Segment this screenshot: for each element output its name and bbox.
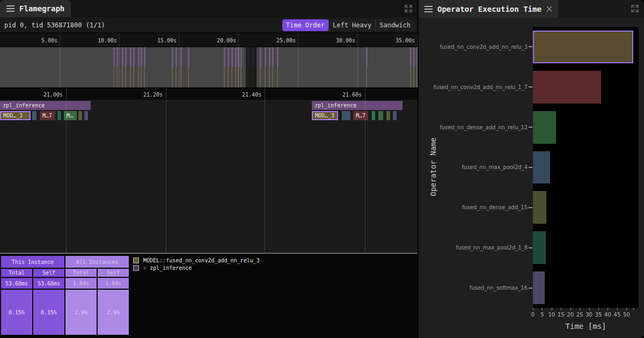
x-tick-mark	[626, 308, 627, 310]
x-tick-mark	[589, 308, 590, 310]
operator-bar-fused_nn_max_pool2d_1_8[interactable]	[533, 231, 546, 264]
operator-bar-fused_nn_conv2d_add_nn_relu_3[interactable]	[533, 31, 633, 63]
minimap-activity-spike	[180, 67, 181, 87]
flame-bar-span[interactable]	[378, 111, 383, 120]
operator-label: fused_nn_dense_add_nn_relu_12	[419, 107, 528, 148]
callstack-legend: MODEL::fused_nn_conv2d_add_nn_relu_3>zpl…	[133, 257, 260, 271]
x-tick-mark	[552, 308, 552, 310]
minimap-activity-spike	[172, 47, 173, 67]
flamegraph-panel: Flamegraph pid 0, tid 536871800 (1/1) Ti…	[0, 0, 418, 338]
minimap-activity-spike	[260, 67, 261, 87]
grid-line	[357, 47, 358, 87]
minimap-activity-spike	[144, 47, 145, 67]
operator-bar-fused_nn_dense_add_nn_relu_12[interactable]	[533, 111, 556, 144]
operator-bar-fused_nn_conv2d_add_nn_relu_1_7[interactable]	[533, 71, 601, 104]
operator-label: fused_nn_softmax_16	[419, 268, 528, 308]
minimap-activity-spike	[277, 67, 278, 87]
grid-line	[119, 33, 120, 47]
minimap-activity-spike	[231, 67, 232, 87]
expand-icon[interactable]	[630, 4, 640, 13]
minimap-activity-spike	[175, 47, 177, 67]
legend-swatch	[133, 258, 139, 263]
panel-title: Flamegraph	[19, 4, 64, 13]
minimap-activity-spike	[265, 47, 266, 67]
minimap-activity-spike	[265, 67, 266, 87]
expand-icon[interactable]	[404, 4, 413, 13]
operator-bar-fused_nn_dense_add_15[interactable]	[533, 191, 546, 224]
legend-item: MODEL::fused_nn_conv2d_add_nn_relu_3	[133, 257, 260, 263]
operator-label: fused_nn_conv2d_add_nn_relu_1_7	[419, 67, 528, 107]
operator-bar-fused_nn_max_pool2d_4[interactable]	[533, 151, 550, 184]
instance-stats-table: This InstanceAll InstancesTotalSelfTotal…	[1, 256, 129, 335]
minimap-activity-spike	[231, 47, 233, 67]
x-tick-mark	[598, 308, 599, 310]
flamegraph-toolbar: pid 0, tid 536871800 (1/1) Time OrderLef…	[0, 17, 418, 33]
timeline-tick-label: 21.20s	[143, 91, 163, 97]
grid-line	[238, 47, 239, 87]
operator-bar-fused_nn_softmax_16[interactable]	[533, 271, 545, 304]
view-mode-time-order[interactable]: Time Order	[282, 19, 328, 31]
grid-line	[298, 33, 298, 47]
x-tick-mark	[633, 308, 634, 310]
flame-bar-span[interactable]	[84, 111, 88, 120]
minimap-activity-spike	[133, 47, 135, 67]
minimap-activity-spike	[366, 47, 368, 67]
grid-line	[66, 100, 67, 253]
flame-bar-span[interactable]	[32, 111, 36, 120]
flame-bar-zpl_inference[interactable]: zpl_inference	[312, 101, 402, 110]
flamegraph-tab[interactable]: Flamegraph	[0, 0, 71, 17]
flame-bar-span[interactable]	[342, 111, 350, 120]
menu-icon[interactable]	[6, 5, 14, 12]
flame-bar-M…7[interactable]: M…7	[353, 111, 368, 120]
stat-group-header: This Instance	[1, 256, 64, 268]
flame-bar-span[interactable]	[393, 111, 397, 120]
minimap-activity-spike	[366, 67, 367, 87]
flamegraph-time-axis: 21.00s21.20s21.40s21.60s	[0, 89, 418, 100]
grid-line	[298, 47, 298, 87]
minimap-activity-spike	[410, 47, 412, 67]
stat-percentage-value: 0.15%	[33, 290, 64, 335]
flame-bar-span[interactable]	[78, 111, 82, 120]
minimap-activity-spike	[130, 67, 131, 87]
grid-line	[66, 89, 67, 100]
chart-tab[interactable]: Operator Execution Time	[419, 0, 558, 18]
grid-line	[417, 47, 418, 87]
bar-chart: Operator Name Time [ms] fused_nn_conv2d_…	[419, 18, 644, 338]
minimap-activity-spike	[188, 47, 189, 67]
y-tick-mark	[529, 127, 532, 128]
view-mode-sandwich[interactable]: Sandwich	[375, 19, 414, 31]
y-tick-mark	[529, 207, 532, 208]
x-axis-title: Time [ms]	[533, 322, 639, 330]
minimap-activity-spike	[130, 47, 131, 67]
grid-line	[238, 33, 239, 47]
minimap-activity-spike	[240, 47, 242, 67]
minimap-selection-window[interactable]	[246, 47, 257, 87]
flame-bar-span[interactable]	[372, 111, 375, 120]
flamegraph-canvas[interactable]: zpl_inferenceMOD…_3M…7M…zpl_inferenceMOD…	[0, 100, 418, 253]
timeline-minimap[interactable]	[0, 47, 418, 89]
flamegraph-titlebar: Flamegraph	[0, 0, 418, 17]
flame-bar-zpl_inference[interactable]: zpl_inference	[0, 101, 91, 110]
minimap-activity-spike	[175, 67, 177, 87]
y-tick-mark	[529, 167, 532, 168]
minimap-activity-spike	[260, 47, 261, 67]
flame-bar-span[interactable]	[386, 111, 390, 120]
operator-label: fused_nn_max_pool2d_4	[419, 148, 528, 188]
flame-bar-span[interactable]	[57, 111, 61, 120]
timeline-tick-label: 21.60s	[342, 91, 362, 97]
timeline-tick-label: 21.00s	[43, 91, 63, 97]
flame-bar-M…7[interactable]: M…7	[40, 111, 55, 120]
close-icon[interactable]	[546, 6, 552, 12]
flame-bar-MOD…_3[interactable]: MOD…_3	[312, 111, 338, 120]
flame-bar-MOD…_3[interactable]: MOD…_3	[0, 111, 31, 120]
stat-duration-value: 1.04s	[65, 278, 97, 289]
minimap-tick-label: 20.00s	[217, 37, 236, 43]
chart-title: Operator Execution Time	[437, 5, 541, 13]
minimap-activity-spike	[413, 47, 415, 67]
grid-line	[119, 47, 120, 87]
stat-group-header: All Instances	[65, 256, 129, 268]
y-tick-mark	[529, 86, 532, 87]
menu-icon[interactable]	[425, 6, 433, 12]
x-tick-label: 50	[619, 312, 633, 318]
view-mode-left-heavy[interactable]: Left Heavy	[328, 19, 375, 31]
